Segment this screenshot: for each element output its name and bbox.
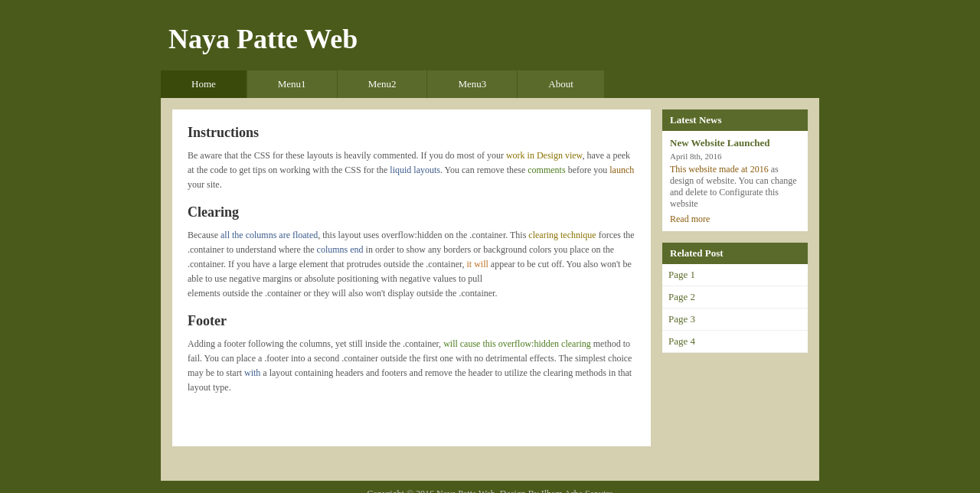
sidebar: Latest News New Website Launched April 8… <box>662 109 808 446</box>
news-date: April 8th, 2016 <box>670 152 800 161</box>
nav-about[interactable]: About <box>518 70 605 98</box>
related-post-content: Page 1 Page 2 Page 3 Page 4 <box>662 264 808 353</box>
launch-link[interactable]: launch <box>609 165 634 175</box>
related-post-title: Related Post <box>662 243 808 264</box>
news-description: This website made at 2016 as design of w… <box>670 164 800 210</box>
nav-menu2[interactable]: Menu2 <box>338 70 428 98</box>
nav-menu3[interactable]: Menu3 <box>427 70 518 98</box>
related-page-3[interactable]: Page 3 <box>662 309 808 331</box>
nav-menu1[interactable]: Menu1 <box>247 70 338 98</box>
news-article-title[interactable]: New Website Launched <box>670 137 770 149</box>
instructions-title: Instructions <box>188 125 635 141</box>
instructions-text: Be aware that the CSS for these layouts … <box>188 149 635 193</box>
footer-text: Copyright © 2016 Naya Patte Web. Design … <box>367 488 613 493</box>
related-page-2[interactable]: Page 2 <box>662 286 808 309</box>
related-page-1[interactable]: Page 1 <box>662 264 808 286</box>
nav-home[interactable]: Home <box>161 70 247 98</box>
footer-text: Adding a footer following the columns, y… <box>188 337 635 396</box>
related-post-box: Related Post Page 1 Page 2 Page 3 Page 4 <box>662 243 808 353</box>
clearing-text: Because all the columns are floated, thi… <box>188 228 635 302</box>
footer-title: Footer <box>188 313 635 329</box>
latest-news-title: Latest News <box>662 109 808 131</box>
latest-news-content: New Website Launched April 8th, 2016 Thi… <box>662 131 808 231</box>
latest-news-box: Latest News New Website Launched April 8… <box>662 109 808 231</box>
main-content: Instructions Be aware that the CSS for t… <box>172 109 651 446</box>
site-title: Naya Patte Web <box>161 23 819 55</box>
read-more-link[interactable]: Read more <box>670 214 710 224</box>
related-page-4[interactable]: Page 4 <box>662 331 808 353</box>
clearing-title: Clearing <box>188 204 635 220</box>
